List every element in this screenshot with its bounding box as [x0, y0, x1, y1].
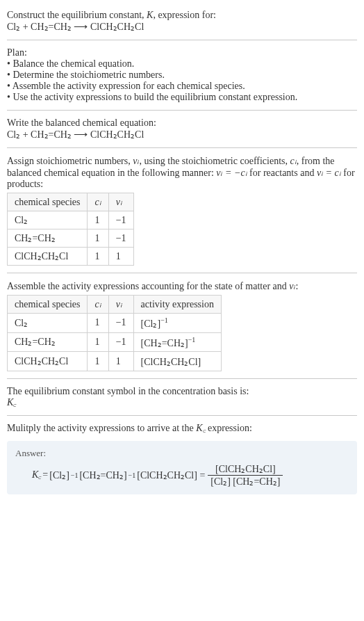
balanced-title: Write the balanced chemical equation: [7, 118, 357, 129]
plan-bullet-3: • Assemble the activity expression for e… [7, 81, 357, 92]
activity-section: Assemble the activity expressions accoun… [7, 276, 357, 376]
table-row: CH₂=CH₂ 1 −1 [CH₂=CH₂]−1 [8, 332, 222, 352]
fraction-denominator: [Cl₂] [CH₂=CH₂] [208, 476, 283, 487]
stoich-text: for reactants and [247, 168, 317, 178]
nu-cell: 1 [108, 248, 133, 266]
divider [7, 110, 357, 111]
ci-cell: 1 [88, 332, 108, 352]
plan-section: Plan: • Balance the chemical equation. •… [7, 43, 357, 107]
stoich-table: chemical species cᵢ νᵢ Cl₂ 1 −1 CH₂=CH₂ … [7, 193, 134, 266]
multiply-text: expression: [206, 423, 252, 433]
multiply-text: Mulitply the activity expressions to arr… [7, 423, 196, 433]
answer-equation: K꜀ = [Cl₂]−1 [CH₂=CH₂]−1 [ClCH₂CH₂Cl] = … [15, 463, 349, 487]
nu-cell: −1 [108, 229, 133, 248]
activity-text: Assemble the activity expressions accoun… [7, 281, 289, 291]
col-activity-expr: activity expression [133, 296, 221, 314]
balanced-section: Write the balanced chemical equation: Cl… [7, 113, 357, 145]
multiply-section: Mulitply the activity expressions to arr… [7, 419, 357, 438]
expr-base: [CH₂=CH₂] [141, 337, 188, 348]
species-cell: ClCH₂CH₂Cl [8, 352, 88, 371]
stoich-text: , using the stoichiometric coefficients, [139, 156, 290, 166]
fraction: [ClCH₂CH₂Cl] [Cl₂] [CH₂=CH₂] [208, 463, 283, 487]
term: [ClCH₂CH₂Cl] = [137, 469, 205, 481]
term-exp: −1 [129, 471, 136, 479]
expr-base: [Cl₂] [141, 318, 161, 329]
ci-symbol: cᵢ [290, 156, 297, 166]
stoich-text: Assign stoichiometric numbers, [7, 156, 133, 166]
nu-symbol: νᵢ [289, 281, 295, 291]
term: [CH₂=CH₂] [79, 469, 126, 481]
nu-cell: −1 [108, 211, 133, 229]
stoich-intro: Assign stoichiometric numbers, νᵢ, using… [7, 155, 357, 190]
divider [7, 273, 357, 273]
ci-cell: 1 [88, 211, 108, 229]
table-header-row: chemical species cᵢ νᵢ activity expressi… [8, 296, 222, 314]
divider [7, 415, 357, 416]
plan-title: Plan: [7, 47, 357, 58]
nu-cell: 1 [108, 352, 133, 371]
activity-expr-cell: [CH₂=CH₂]−1 [133, 332, 221, 352]
activity-table: chemical species cᵢ νᵢ activity expressi… [7, 295, 222, 371]
plan-bullet-1: • Balance the chemical equation. [7, 58, 357, 70]
species-cell: Cl₂ [8, 314, 88, 333]
expr-exp: −1 [188, 336, 196, 344]
symbol-text: The equilibrium constant symbol in the c… [7, 386, 357, 397]
table-row: CH₂=CH₂ 1 −1 [8, 229, 134, 248]
table-header-row: chemical species cᵢ νᵢ [8, 193, 134, 211]
term: [Cl₂] [49, 469, 69, 481]
plan-bullet-2: • Determine the stoichiometric numbers. [7, 70, 357, 81]
col-species: chemical species [8, 296, 88, 314]
answer-box: Answer: K꜀ = [Cl₂]−1 [CH₂=CH₂]−1 [ClCH₂C… [7, 441, 357, 494]
ci-cell: 1 [88, 352, 108, 371]
divider [7, 40, 357, 40]
kc-symbol: K꜀ [32, 469, 41, 481]
rule-reactants: νᵢ = −cᵢ [216, 168, 247, 178]
activity-expr-cell: [Cl₂]−1 [133, 314, 221, 333]
symbol-section: The equilibrium constant symbol in the c… [7, 382, 357, 412]
divider [7, 147, 357, 148]
italic-K: K [147, 10, 153, 20]
prompt-header: Construct the equilibrium constant, K, e… [7, 6, 357, 37]
nu-cell: −1 [108, 332, 133, 352]
col-species: chemical species [8, 193, 88, 211]
col-ci: cᵢ [88, 193, 108, 211]
activity-colon: : [296, 281, 299, 291]
table-row: Cl₂ 1 −1 [Cl₂]−1 [8, 314, 222, 333]
expr-exp: −1 [160, 316, 168, 324]
col-nu: νᵢ [108, 296, 133, 314]
kc-symbol: K꜀ [196, 423, 205, 433]
prompt-text-1: Construct the equilibrium constant, [7, 10, 147, 20]
rule-products: νᵢ = cᵢ [317, 168, 341, 178]
answer-label: Answer: [15, 448, 349, 459]
stoich-section: Assign stoichiometric numbers, νᵢ, using… [7, 151, 357, 270]
table-row: ClCH₂CH₂Cl 1 1 [ClCH₂CH₂Cl] [8, 352, 222, 371]
expr-base: [ClCH₂CH₂Cl] [141, 357, 201, 367]
species-cell: ClCH₂CH₂Cl [8, 248, 88, 266]
prompt-text-2: , expression for: [153, 10, 216, 20]
species-cell: Cl₂ [8, 211, 88, 229]
fraction-numerator: [ClCH₂CH₂Cl] [208, 463, 283, 476]
ci-cell: 1 [88, 229, 108, 248]
activity-expr-cell: [ClCH₂CH₂Cl] [133, 352, 221, 371]
species-cell: CH₂=CH₂ [8, 332, 88, 352]
equals: = [42, 469, 48, 481]
table-row: Cl₂ 1 −1 [8, 211, 134, 229]
divider [7, 378, 357, 379]
col-nu: νᵢ [108, 193, 133, 211]
activity-title: Assemble the activity expressions accoun… [7, 280, 357, 292]
prompt-equation: Cl₂ + CH₂=CH₂ ⟶ ClCH₂CH₂Cl [7, 22, 144, 32]
balanced-equation: Cl₂ + CH₂=CH₂ ⟶ ClCH₂CH₂Cl [7, 129, 357, 140]
ci-cell: 1 [88, 248, 108, 266]
species-cell: CH₂=CH₂ [8, 229, 88, 248]
plan-bullet-4: • Use the activity expressions to build … [7, 92, 357, 103]
kc-symbol: K꜀ [7, 397, 357, 408]
ci-cell: 1 [88, 314, 108, 333]
nu-cell: −1 [108, 314, 133, 333]
table-row: ClCH₂CH₂Cl 1 1 [8, 248, 134, 266]
term-exp: −1 [71, 471, 78, 479]
col-ci: cᵢ [88, 296, 108, 314]
